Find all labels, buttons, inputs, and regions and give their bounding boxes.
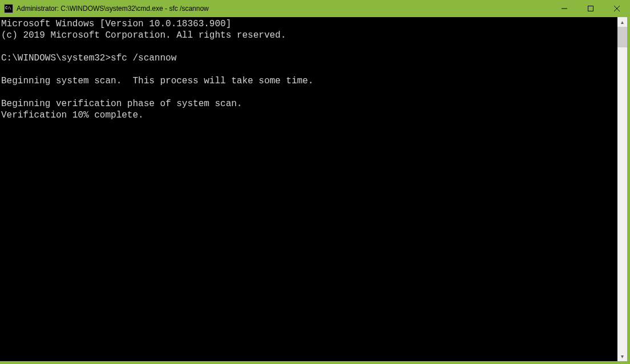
- console-line-version: Microsoft Windows [Version 10.0.18363.90…: [1, 18, 617, 30]
- client-area: Microsoft Windows [Version 10.0.18363.90…: [0, 17, 630, 364]
- console-prompt: C:\WINDOWS\system32>: [1, 53, 111, 63]
- scroll-thumb[interactable]: [617, 27, 627, 47]
- console-line-verify-phase: Beginning verification phase of system s…: [1, 98, 617, 110]
- scroll-down-button[interactable]: ▾: [617, 351, 627, 361]
- console-prompt-line: C:\WINDOWS\system32>sfc /scannow: [1, 52, 617, 64]
- console-line-verify-progress: Verification 10% complete.: [1, 110, 617, 121]
- console-line-copyright: (c) 2019 Microsoft Corporation. All righ…: [1, 30, 617, 41]
- close-button[interactable]: [604, 0, 630, 17]
- window-title: Administrator: C:\WINDOWS\system32\cmd.e…: [17, 5, 551, 13]
- minimize-button[interactable]: [551, 0, 578, 17]
- cmd-icon: [4, 4, 13, 13]
- svg-rect-1: [588, 6, 593, 11]
- scroll-track[interactable]: [617, 27, 627, 351]
- console-line-scan-start: Beginning system scan. This process will…: [1, 75, 617, 87]
- titlebar: Administrator: C:\WINDOWS\system32\cmd.e…: [0, 0, 630, 17]
- scroll-up-button[interactable]: ▴: [617, 17, 627, 27]
- console-output[interactable]: Microsoft Windows [Version 10.0.18363.90…: [0, 17, 617, 361]
- console-blank: [1, 64, 617, 75]
- chevron-up-icon: ▴: [621, 19, 624, 25]
- maximize-icon: [588, 6, 593, 11]
- console-command: sfc /scannow: [111, 53, 176, 63]
- window-controls: [551, 0, 630, 17]
- maximize-button[interactable]: [578, 0, 604, 17]
- close-icon: [614, 6, 620, 11]
- vertical-scrollbar[interactable]: ▴ ▾: [617, 17, 627, 361]
- console-blank: [1, 41, 617, 52]
- chevron-down-icon: ▾: [621, 354, 624, 359]
- console-blank: [1, 87, 617, 98]
- minimize-icon: [562, 6, 567, 11]
